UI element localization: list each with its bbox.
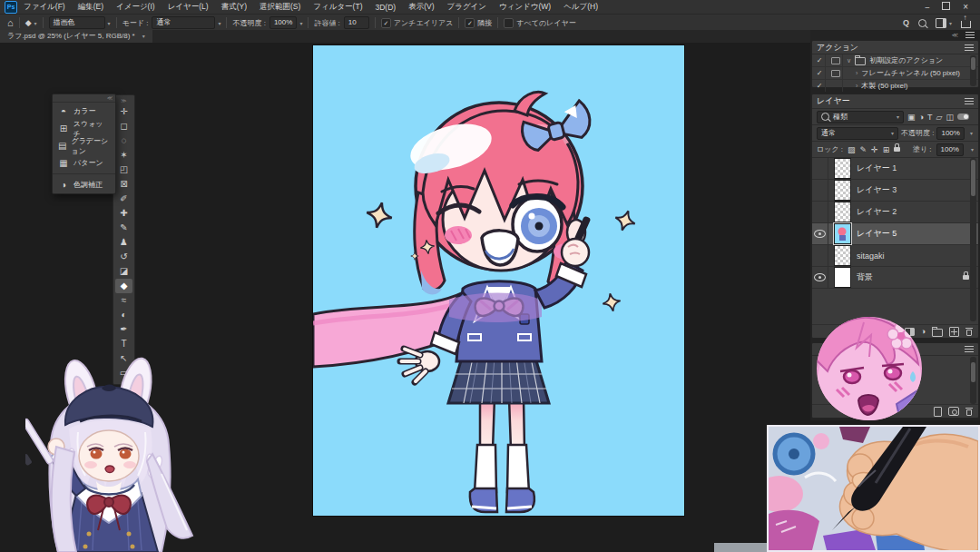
delete-state-icon[interactable] [965,408,973,416]
filter-pixel-icon[interactable]: ▣ [907,113,916,122]
menu-plugins[interactable]: プラグイン [440,2,493,13]
actions-tab[interactable]: アクション [817,42,858,54]
paint-bucket-preset-icon[interactable]: ◆ [25,18,32,27]
dock-menu-icon[interactable] [965,34,975,35]
tolerance-input[interactable]: 10 [344,16,369,29]
layers-scrollbar[interactable] [970,158,976,321]
menu-help[interactable]: ヘルプ(H) [557,2,604,13]
blur-tool[interactable]: ≈ [115,293,132,308]
layer-name[interactable]: sitagaki [857,251,885,261]
menu-3d[interactable]: 3D(D) [368,3,402,12]
panel-item-gradients[interactable]: ▤ グラデーション [53,137,115,154]
eyedropper-tool[interactable]: ✐ [115,192,132,206]
actions-scrollbar[interactable] [970,55,976,86]
visibility-toggle[interactable] [812,245,828,266]
minimize-button[interactable]: – [918,3,936,12]
fill-source-select[interactable]: 描画色 [49,16,105,29]
layer-filter-select[interactable]: 種類 ▾ [817,111,904,123]
lock-all-icon[interactable] [894,147,900,152]
workspace-icon[interactable] [936,18,946,28]
dodge-tool[interactable]: ◐ [115,308,132,322]
panel-item-patterns[interactable]: ▦ パターン [53,154,115,172]
lock-transparent-icon[interactable]: ▨ [848,145,856,154]
blend-mode-select[interactable]: 通常 ▾ [817,127,898,140]
dock-collapse-icon[interactable]: ≪ [952,32,958,39]
chevron-down-icon[interactable]: ▾ [142,30,145,43]
panel-collapse-icon[interactable]: ≪ [53,94,115,103]
share-icon[interactable] [961,21,971,28]
toolbar-grip[interactable]: ≫ [121,97,126,104]
canvas[interactable] [313,45,684,516]
layers-opacity-input[interactable]: 100% [936,127,964,140]
lock-position-icon[interactable]: ✛ [871,145,878,154]
expander-icon[interactable]: › [856,70,858,76]
expander-icon[interactable]: ∨ [847,57,851,64]
action-dialog-toggle[interactable] [829,54,843,66]
pen-tool[interactable]: ✒ [115,322,132,337]
paint-bucket-tool[interactable]: ◆ [115,279,132,293]
action-row[interactable]: ✓ › 木製 (50 pixel) [812,80,978,92]
contiguous-checkbox[interactable]: ✓ [465,18,475,28]
action-dialog-toggle[interactable] [829,67,843,79]
home-icon[interactable]: ⌂ [7,17,14,28]
layer-thumbnail[interactable] [834,245,851,266]
menu-view[interactable]: 表示(V) [402,2,440,13]
action-dialog-toggle[interactable] [829,80,843,92]
panel-item-color[interactable]: ◓ カラー [53,103,115,120]
action-check[interactable]: ✓ [814,67,826,79]
magic-wand-tool[interactable]: ✶ [115,148,132,163]
type-tool[interactable]: T [115,337,132,351]
restore-button[interactable] [936,2,956,12]
panel-item-swatches[interactable]: ⊞ スウォッチ [53,120,115,137]
history-panel-menu-icon[interactable] [965,349,974,350]
new-layer-icon[interactable] [949,327,959,337]
layers-panel-menu-icon[interactable] [965,101,974,102]
clone-stamp-tool[interactable]: ♟ [115,235,132,250]
layers-tab[interactable]: レイヤー [817,95,850,107]
action-set-row[interactable]: ✓ ∨ 初期設定のアクション [812,54,978,67]
action-check[interactable]: ✓ [814,54,826,66]
visibility-toggle[interactable] [812,180,828,201]
filter-toggle-icon[interactable] [957,113,969,120]
expander-icon[interactable]: › [856,83,858,89]
filter-shape-icon[interactable]: ▱ [936,113,942,122]
layer-name[interactable]: レイヤー 3 [857,184,897,196]
stock-search-icon[interactable]: Q [903,18,909,27]
filter-smart-object-icon[interactable]: ◫ [946,113,954,122]
menu-select[interactable]: 選択範囲(S) [253,2,307,13]
photoshop-logo-icon[interactable]: Ps [5,1,17,14]
mode-select[interactable]: 通常 [152,16,215,29]
brush-tool[interactable]: ✎ [115,221,132,235]
filter-type-icon[interactable]: T [927,113,933,122]
visibility-toggle[interactable] [812,223,828,244]
menu-image[interactable]: イメージ(I) [110,2,162,13]
history-brush-tool[interactable]: ↺ [115,250,132,264]
menu-window[interactable]: ウィンドウ(W) [493,2,557,13]
filter-adjustment-icon[interactable]: ◑ [919,113,924,122]
crop-tool[interactable]: ◰ [115,163,132,177]
new-snapshot-icon[interactable] [948,407,959,416]
layer-name[interactable]: レイヤー 1 [857,163,897,174]
all-layers-checkbox[interactable] [504,18,514,28]
fill-input[interactable]: 100% [936,143,964,156]
layer-thumbnail[interactable] [834,202,851,222]
lock-pixels-icon[interactable]: ✎ [860,145,867,154]
layer-name[interactable]: レイヤー 5 [857,228,897,240]
layer-name[interactable]: 背景 [857,271,873,283]
eraser-tool[interactable]: ◪ [115,264,132,279]
lasso-tool[interactable]: ◌ [115,133,132,148]
actions-panel-menu-icon[interactable] [965,47,974,48]
layer-thumbnail[interactable] [834,180,851,201]
visibility-toggle[interactable] [812,202,828,222]
layer-row-selected[interactable]: レイヤー 5 [812,223,978,245]
panel-item-adjustments[interactable]: ◑ 色調補正 [53,176,115,193]
menu-layer[interactable]: レイヤー(L) [162,2,215,13]
layer-row[interactable]: レイヤー 3 [812,180,978,202]
new-group-icon[interactable] [932,329,943,337]
close-button[interactable]: × [956,2,975,12]
action-row[interactable]: ✓ › フレームチャンネル (50 pixel) [812,67,978,80]
move-tool[interactable]: ✛ [115,104,132,119]
new-document-from-state-icon[interactable] [934,407,942,417]
layer-thumbnail[interactable] [834,223,851,244]
menu-type[interactable]: 書式(Y) [215,2,253,13]
